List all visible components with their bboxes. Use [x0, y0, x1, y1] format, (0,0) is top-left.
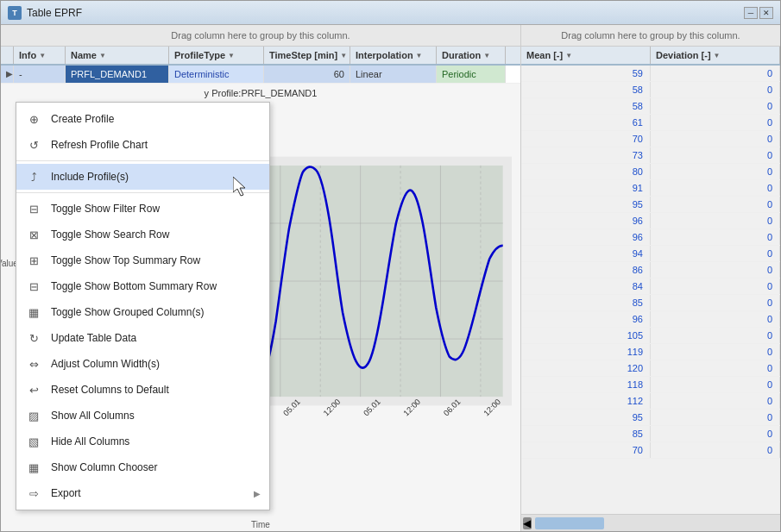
- td-mean: 84: [521, 279, 651, 294]
- menu-label: Update Table Data: [51, 332, 261, 344]
- right-table-row[interactable]: 610: [521, 115, 780, 131]
- td-deviation: 0: [651, 311, 780, 327]
- right-table-row[interactable]: 960: [521, 229, 780, 246]
- td-profiletype: Deterministic: [169, 66, 264, 83]
- td-mean: 112: [521, 393, 651, 409]
- td-deviation: 0: [651, 131, 780, 147]
- th-name-arrow: ▼: [99, 52, 106, 59]
- right-table-row[interactable]: 1180: [521, 377, 780, 393]
- th-name[interactable]: Name ▼: [66, 47, 169, 64]
- th-duration[interactable]: Duration ▼: [437, 47, 506, 64]
- right-table-row[interactable]: 730: [521, 147, 780, 164]
- th-profiletype[interactable]: ProfileType ▼: [169, 47, 264, 64]
- th-info[interactable]: Info ▼: [14, 47, 66, 64]
- td-deviation: 0: [651, 426, 780, 441]
- td-deviation: 0: [651, 442, 780, 458]
- scrollbar-thumb[interactable]: [535, 517, 604, 529]
- window-title: Table EPRF: [27, 7, 744, 19]
- td-deviation: 0: [651, 164, 780, 179]
- th-profiletype-arrow: ▼: [228, 52, 235, 59]
- right-table-row[interactable]: 580: [521, 82, 780, 98]
- td-mean: 105: [521, 328, 651, 343]
- right-table-row[interactable]: 800: [521, 164, 780, 180]
- menu-item-create-profile[interactable]: ⊕Create Profile: [16, 106, 269, 132]
- th-row-indicator: [1, 47, 14, 64]
- td-timestep: 60: [264, 66, 350, 83]
- menu-icon: ▨: [25, 407, 42, 424]
- right-table-row[interactable]: 700: [521, 442, 780, 459]
- right-table-row[interactable]: 850: [521, 295, 780, 311]
- td-deviation: 0: [651, 360, 780, 376]
- menu-item-refresh-profile-chart[interactable]: ↺Refresh Profile Chart: [16, 132, 269, 158]
- menu-item-hide-all-columns[interactable]: ▧Hide All Columns: [16, 429, 269, 454]
- td-mean: 70: [521, 131, 651, 147]
- menu-item-toggle-show-filter-row[interactable]: ⊟Toggle Show Filter Row: [16, 196, 269, 222]
- menu-icon: ⇔: [25, 355, 42, 372]
- right-table-row[interactable]: 580: [521, 98, 780, 115]
- menu-item-adjust-column-widths[interactable]: ⇔Adjust Column Width(s): [16, 351, 269, 377]
- td-deviation: 0: [651, 98, 780, 114]
- table-row[interactable]: ▶ - PRFL_DEMAND1 Deterministic 60 Linear…: [1, 66, 520, 84]
- window-controls: ─ ✕: [744, 7, 773, 19]
- right-table-row[interactable]: 940: [521, 246, 780, 262]
- right-table-body: 5905805806107007308009109509609609408608…: [521, 66, 780, 514]
- th-deviation[interactable]: Deviation [-] ▼: [651, 47, 780, 64]
- horizontal-scrollbar[interactable]: ◀: [521, 514, 780, 531]
- td-mean: 96: [521, 311, 651, 327]
- menu-icon: ▧: [25, 433, 42, 450]
- td-deviation: 0: [651, 180, 780, 196]
- menu-item-show-all-columns[interactable]: ▨Show All Columns: [16, 403, 269, 429]
- chart-x-label: Time: [251, 520, 270, 529]
- th-mean[interactable]: Mean [-] ▼: [521, 47, 651, 64]
- right-table-row[interactable]: 950: [521, 410, 780, 426]
- right-table-row[interactable]: 960: [521, 311, 780, 328]
- menu-icon: ⊟: [25, 200, 42, 217]
- menu-item-toggle-show-top-summary-row[interactable]: ⊞Toggle Show Top Summary Row: [16, 247, 269, 273]
- right-table-row[interactable]: 840: [521, 279, 780, 295]
- menu-item-include-profiles[interactable]: ⤴Include Profile(s): [16, 164, 269, 190]
- td-mean: 85: [521, 426, 651, 441]
- menu-label: Toggle Show Search Row: [51, 228, 261, 241]
- right-table-row[interactable]: 700: [521, 131, 780, 147]
- table-header: Info ▼ Name ▼ ProfileType ▼ TimeStep [mi…: [1, 47, 520, 66]
- right-table-row[interactable]: 860: [521, 262, 780, 279]
- td-deviation: 0: [651, 328, 780, 343]
- td-mean: 70: [521, 442, 651, 458]
- th-interpolation[interactable]: Interpolation ▼: [350, 47, 437, 64]
- menu-label: Show All Columns: [51, 410, 261, 422]
- menu-icon: ↻: [25, 329, 42, 347]
- td-mean: 96: [521, 229, 651, 245]
- menu-item-update-table-data[interactable]: ↻Update Table Data: [16, 325, 269, 351]
- menu-item-export[interactable]: ⇨Export▶: [16, 480, 269, 506]
- menu-label: Toggle Show Grouped Column(s): [51, 306, 261, 318]
- right-table-row[interactable]: 960: [521, 213, 780, 229]
- td-deviation: 0: [651, 147, 780, 163]
- window-icon: T: [8, 6, 22, 20]
- minimize-button[interactable]: ─: [744, 7, 758, 19]
- td-deviation: 0: [651, 295, 780, 310]
- menu-icon: ⊠: [25, 226, 42, 243]
- th-timestep[interactable]: TimeStep [min] ▼: [264, 47, 350, 64]
- td-mean: 119: [521, 344, 651, 360]
- right-table-row[interactable]: 950: [521, 197, 780, 213]
- right-table-row[interactable]: 1190: [521, 344, 780, 360]
- menu-item-toggle-show-search-row[interactable]: ⊠Toggle Show Search Row: [16, 222, 269, 247]
- menu-item-reset-columns-to-default[interactable]: ↩Reset Columns to Default: [16, 377, 269, 403]
- right-table-row[interactable]: 1050: [521, 328, 780, 344]
- right-table-row[interactable]: 1120: [521, 393, 780, 410]
- right-table-row[interactable]: 1200: [521, 360, 780, 377]
- menu-label: Show Column Chooser: [51, 461, 261, 473]
- right-table-row[interactable]: 590: [521, 66, 780, 82]
- menu-item-toggle-show-bottom-summary-row[interactable]: ⊟Toggle Show Bottom Summary Row: [16, 273, 269, 299]
- menu-item-show-column-chooser[interactable]: ▦Show Column Chooser: [16, 454, 269, 480]
- right-table-row[interactable]: 850: [521, 426, 780, 442]
- menu-icon: ⤴: [25, 168, 42, 185]
- scrollbar-left-btn[interactable]: ◀: [523, 517, 532, 529]
- close-button[interactable]: ✕: [759, 7, 773, 19]
- right-table-row[interactable]: 910: [521, 180, 780, 197]
- menu-item-toggle-show-grouped-columns[interactable]: ▦Toggle Show Grouped Column(s): [16, 299, 269, 325]
- td-mean: 95: [521, 410, 651, 425]
- td-deviation: 0: [651, 377, 780, 392]
- context-menu: ⊕Create Profile↺Refresh Profile Chart⤴In…: [16, 102, 270, 510]
- menu-label: Reset Columns to Default: [51, 384, 261, 396]
